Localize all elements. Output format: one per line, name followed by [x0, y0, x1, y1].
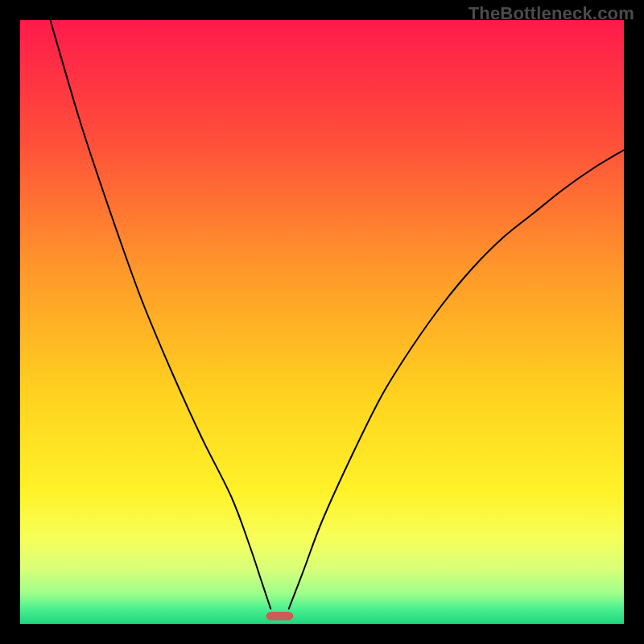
- chart-bottom-marker: [266, 612, 294, 621]
- chart-frame: TheBottleneck.com: [0, 0, 644, 644]
- chart-svg: [20, 20, 624, 624]
- watermark-text: TheBottleneck.com: [469, 3, 634, 24]
- chart-background-gradient: [20, 20, 624, 624]
- chart-plot-area: [20, 20, 624, 624]
